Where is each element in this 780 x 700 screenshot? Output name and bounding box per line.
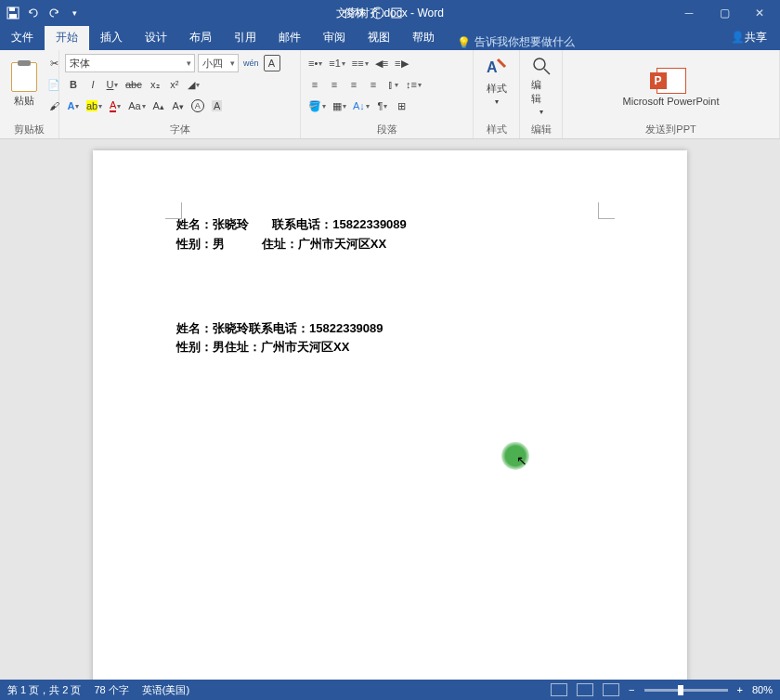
minimize-icon[interactable]: ─ [672,4,706,22]
tab-file[interactable]: 文件 [0,25,45,50]
bold-button[interactable]: B [65,75,82,94]
align-right-button[interactable]: ≡ [345,75,362,94]
multilevel-icon: ≡≡ [352,58,364,69]
clear-format-button[interactable]: ◢ [186,75,202,94]
numbering-icon: ≡1 [329,58,341,69]
decrease-indent-button[interactable]: ◀≡ [373,54,390,72]
increase-indent-button[interactable]: ≡▶ [393,54,410,72]
text-line-3[interactable]: 姓名：张晓玲联系电话：15822339089 [176,319,604,339]
clipboard-icon [11,62,37,92]
tab-references[interactable]: 引用 [223,25,267,50]
highlight-button[interactable]: ab [84,97,104,115]
tell-me[interactable]: 💡 告诉我你想要做什么 [446,34,586,50]
cursor-arrow-icon: ↖ [516,453,527,468]
ppt-group-label: 发送到PPT [568,121,774,136]
char-shading-button[interactable]: Aa [126,97,147,115]
powerpoint-icon [656,68,686,94]
italic-button[interactable]: I [84,75,101,94]
page[interactable]: 姓名：张晓玲 联系电话：15822339089 性别：男 住址：广州市天河区XX… [93,150,687,680]
numbering-button[interactable]: ≡1 [327,54,347,72]
shading-button[interactable]: 🪣 [306,97,328,115]
share-label: 共享 [745,31,767,44]
tab-view[interactable]: 视图 [357,25,401,50]
zoom-out-button[interactable]: − [629,684,634,695]
align-center-button[interactable]: ≡ [326,75,343,94]
redo-icon[interactable] [46,6,61,20]
multilevel-button[interactable]: ≡≡ [350,54,370,72]
svg-rect-1 [9,7,15,11]
align-left-button[interactable]: ≡ [306,75,323,94]
text-effects-button[interactable]: A [65,97,82,115]
svg-rect-2 [9,14,17,19]
view-read-button[interactable] [551,683,567,696]
view-print-button[interactable] [577,683,593,696]
snap-icon: ⊞ [397,100,406,112]
bullets-icon: ≡• [308,58,318,69]
tab-home[interactable]: 开始 [45,25,89,50]
view-web-button[interactable] [603,683,619,696]
group-editing: 编辑 ▾ 编辑 [520,50,563,138]
zoom-level[interactable]: 80% [752,684,773,695]
line-spacing-button[interactable]: ↕≡ [404,75,423,94]
font-color-button[interactable]: A [107,97,124,115]
zoom-in-button[interactable]: + [737,684,743,695]
tab-help[interactable]: 帮助 [401,25,446,50]
status-language[interactable]: 英语(美国) [142,683,189,697]
borders-button[interactable]: ▦ [331,97,348,115]
send-to-ppt-button[interactable]: Microsoft PowerPoint [618,66,725,109]
zoom-slider[interactable] [644,689,728,692]
phonetic-icon: wén [243,58,259,68]
tab-design[interactable]: 设计 [134,25,178,50]
font-name-value: 宋体 [70,57,90,71]
enclosed-char-button[interactable]: A [189,97,206,115]
borders-icon: ▦ [332,100,342,112]
svg-line-7 [544,69,550,74]
sort-button[interactable]: A↓ [351,97,371,115]
grow-font-button[interactable]: A▴ [150,97,167,115]
align-right-icon: ≡ [351,79,357,90]
paste-button[interactable]: 粘贴 [6,60,43,110]
editing-button[interactable]: 编辑 ▾ [526,54,556,118]
tab-mailings[interactable]: 邮件 [267,25,312,50]
tell-me-label: 告诉我你想要做什么 [474,34,575,50]
ribbon-tabs: 文件 开始 插入 设计 布局 引用 邮件 审阅 视图 帮助 💡 告诉我你想要做什… [0,26,780,50]
phonetic-guide-button[interactable]: wén [241,54,261,72]
justify-button[interactable]: ≡ [365,75,382,94]
char-border-button[interactable]: A [264,55,280,71]
char-shading2-button[interactable]: A [209,97,226,115]
styles-button[interactable]: A 样式 ▾ [479,54,514,108]
clipboard-group-label: 剪贴板 [6,121,53,136]
share-button[interactable]: 👤共享 [718,25,780,50]
superscript-button[interactable]: x² [166,75,183,94]
group-ppt: Microsoft PowerPoint 发送到PPT [563,50,780,138]
subscript-button[interactable]: x₂ [147,75,163,94]
close-icon[interactable]: ✕ [743,4,776,22]
qat-dropdown-icon[interactable]: ▾ [67,6,82,20]
snap-button[interactable]: ⊞ [394,97,410,115]
styles-label: 样式 [487,82,507,96]
maximize-icon[interactable]: ▢ [708,4,741,22]
font-name-select[interactable]: 宋体 [65,54,195,72]
paste-label: 粘贴 [14,94,34,108]
tab-review[interactable]: 审阅 [312,25,357,50]
document-area[interactable]: 姓名：张晓玲 联系电话：15822339089 性别：男 住址：广州市天河区XX… [0,139,780,680]
bullets-button[interactable]: ≡• [306,54,324,72]
status-page[interactable]: 第 1 页，共 2 页 [7,683,81,697]
text-line-2[interactable]: 性别：男 住址：广州市天河区XX [176,235,604,254]
shrink-font-button[interactable]: A▾ [170,97,187,115]
tab-layout[interactable]: 布局 [178,25,223,50]
tab-insert[interactable]: 插入 [89,25,134,50]
show-marks-button[interactable]: ¶ [374,97,391,115]
text-line-1[interactable]: 姓名：张晓玲 联系电话：15822339089 [176,215,604,235]
justify-icon: ≡ [370,79,376,90]
undo-icon[interactable] [26,6,41,20]
distribute-button[interactable]: ⫿ [384,75,401,94]
text-line-4[interactable]: 性别：男住址：广州市天河区XX [176,338,604,357]
status-words[interactable]: 78 个字 [94,683,128,697]
font-size-select[interactable]: 小四 [198,54,239,72]
group-clipboard: 粘贴 ✂ 📄 🖌 剪贴板 [0,50,59,138]
editing-label: 编辑 [531,78,551,106]
underline-button[interactable]: U [104,75,121,94]
save-icon[interactable] [6,6,20,20]
strikethrough-button[interactable]: abc [124,75,144,94]
